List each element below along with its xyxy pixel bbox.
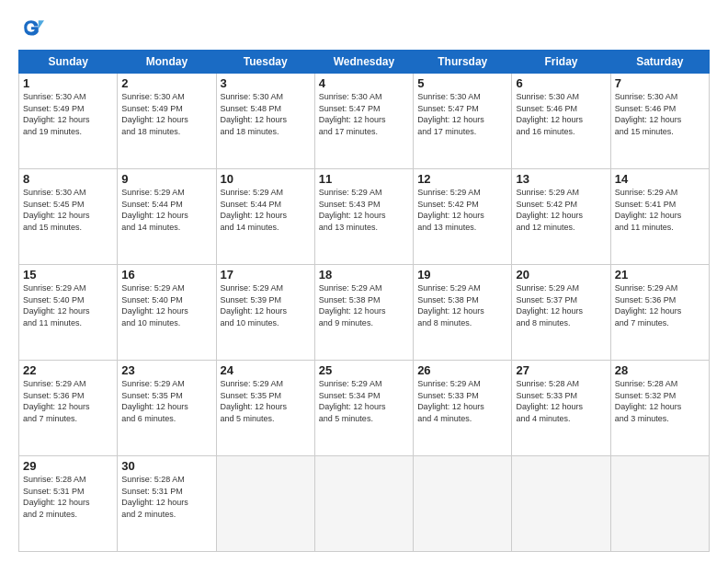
table-row: 15Sunrise: 5:29 AM Sunset: 5:40 PM Dayli… xyxy=(19,265,118,361)
calendar-week-2: 15Sunrise: 5:29 AM Sunset: 5:40 PM Dayli… xyxy=(19,265,710,361)
table-row: 19Sunrise: 5:29 AM Sunset: 5:38 PM Dayli… xyxy=(414,265,512,361)
table-row: 11Sunrise: 5:29 AM Sunset: 5:43 PM Dayli… xyxy=(314,169,413,265)
table-row: 28Sunrise: 5:28 AM Sunset: 5:32 PM Dayli… xyxy=(610,361,709,456)
table-row: 23Sunrise: 5:29 AM Sunset: 5:35 PM Dayli… xyxy=(118,361,216,456)
calendar-table: SundayMondayTuesdayWednesdayThursdayFrid… xyxy=(18,50,710,552)
col-header-wednesday: Wednesday xyxy=(314,51,413,74)
table-row: 12Sunrise: 5:29 AM Sunset: 5:42 PM Dayli… xyxy=(414,169,512,265)
col-header-friday: Friday xyxy=(512,51,610,74)
table-row xyxy=(216,456,314,552)
table-row: 27Sunrise: 5:28 AM Sunset: 5:33 PM Dayli… xyxy=(512,361,610,456)
col-header-saturday: Saturday xyxy=(610,51,709,74)
calendar-header-row: SundayMondayTuesdayWednesdayThursdayFrid… xyxy=(19,51,710,74)
header xyxy=(18,15,710,40)
page: SundayMondayTuesdayWednesdayThursdayFrid… xyxy=(0,0,728,563)
table-row: 8Sunrise: 5:30 AM Sunset: 5:45 PM Daylig… xyxy=(19,169,118,265)
table-row: 22Sunrise: 5:29 AM Sunset: 5:36 PM Dayli… xyxy=(19,361,118,456)
table-row xyxy=(512,456,610,552)
table-row: 26Sunrise: 5:29 AM Sunset: 5:33 PM Dayli… xyxy=(414,361,512,456)
table-row: 1Sunrise: 5:30 AM Sunset: 5:49 PM Daylig… xyxy=(19,74,118,169)
table-row: 16Sunrise: 5:29 AM Sunset: 5:40 PM Dayli… xyxy=(118,265,216,361)
table-row: 7Sunrise: 5:30 AM Sunset: 5:46 PM Daylig… xyxy=(610,74,709,169)
table-row: 24Sunrise: 5:29 AM Sunset: 5:35 PM Dayli… xyxy=(216,361,314,456)
table-row: 10Sunrise: 5:29 AM Sunset: 5:44 PM Dayli… xyxy=(216,169,314,265)
calendar-week-1: 8Sunrise: 5:30 AM Sunset: 5:45 PM Daylig… xyxy=(19,169,710,265)
calendar-week-0: 1Sunrise: 5:30 AM Sunset: 5:49 PM Daylig… xyxy=(19,74,710,169)
calendar-week-4: 29Sunrise: 5:28 AM Sunset: 5:31 PM Dayli… xyxy=(19,456,710,552)
table-row xyxy=(610,456,709,552)
table-row: 4Sunrise: 5:30 AM Sunset: 5:47 PM Daylig… xyxy=(314,74,413,169)
table-row: 20Sunrise: 5:29 AM Sunset: 5:37 PM Dayli… xyxy=(512,265,610,361)
table-row: 9Sunrise: 5:29 AM Sunset: 5:44 PM Daylig… xyxy=(118,169,216,265)
col-header-monday: Monday xyxy=(118,51,216,74)
table-row: 13Sunrise: 5:29 AM Sunset: 5:42 PM Dayli… xyxy=(512,169,610,265)
table-row: 17Sunrise: 5:29 AM Sunset: 5:39 PM Dayli… xyxy=(216,265,314,361)
table-row: 18Sunrise: 5:29 AM Sunset: 5:38 PM Dayli… xyxy=(314,265,413,361)
col-header-tuesday: Tuesday xyxy=(216,51,314,74)
table-row: 14Sunrise: 5:29 AM Sunset: 5:41 PM Dayli… xyxy=(610,169,709,265)
logo xyxy=(18,15,48,40)
table-row: 5Sunrise: 5:30 AM Sunset: 5:47 PM Daylig… xyxy=(414,74,512,169)
table-row: 3Sunrise: 5:30 AM Sunset: 5:48 PM Daylig… xyxy=(216,74,314,169)
table-row: 21Sunrise: 5:29 AM Sunset: 5:36 PM Dayli… xyxy=(610,265,709,361)
logo-icon xyxy=(18,15,44,40)
table-row xyxy=(314,456,413,552)
col-header-thursday: Thursday xyxy=(414,51,512,74)
calendar-week-3: 22Sunrise: 5:29 AM Sunset: 5:36 PM Dayli… xyxy=(19,361,710,456)
col-header-sunday: Sunday xyxy=(19,51,118,74)
table-row: 29Sunrise: 5:28 AM Sunset: 5:31 PM Dayli… xyxy=(19,456,118,552)
table-row: 6Sunrise: 5:30 AM Sunset: 5:46 PM Daylig… xyxy=(512,74,610,169)
table-row xyxy=(414,456,512,552)
table-row: 2Sunrise: 5:30 AM Sunset: 5:49 PM Daylig… xyxy=(118,74,216,169)
table-row: 25Sunrise: 5:29 AM Sunset: 5:34 PM Dayli… xyxy=(314,361,413,456)
table-row: 30Sunrise: 5:28 AM Sunset: 5:31 PM Dayli… xyxy=(118,456,216,552)
